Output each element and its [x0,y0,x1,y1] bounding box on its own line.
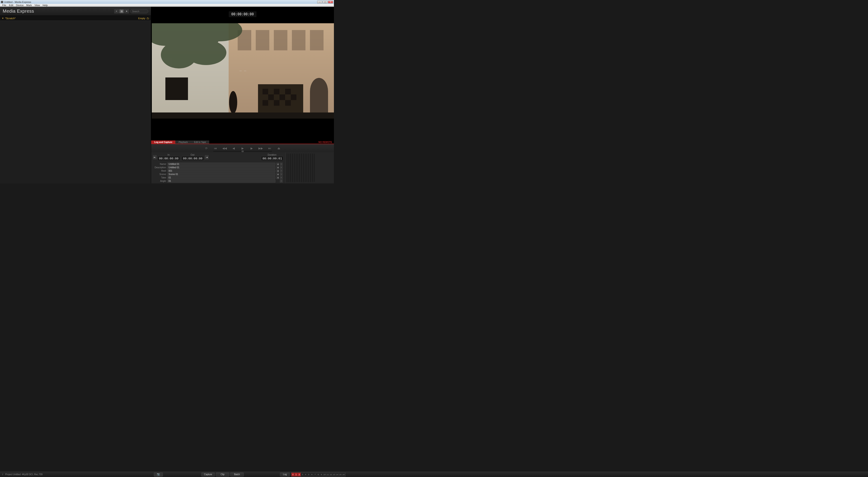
duration-timecode-field[interactable]: 00:00:00:01 [261,156,283,161]
folder-icon: 🗀 [147,17,149,20]
app-icon [1,1,3,3]
angle-field[interactable] [167,180,275,183]
description-field[interactable] [167,166,275,169]
loop-button[interactable]: ⟳ [204,146,209,150]
mark-in-button[interactable]: ▶| [153,155,157,159]
scene-field[interactable] [167,173,275,176]
meter-channel [305,154,305,182]
mark-out-button[interactable]: |◀ [205,155,209,159]
shuttle-slider[interactable] [213,151,272,152]
menu-mark[interactable]: Mark [25,4,33,6]
meter-channel [298,154,298,182]
bin-body[interactable] [0,21,151,183]
tab-log-and-capture[interactable]: Log and Capture [151,140,175,144]
shuttle-handle[interactable] [242,151,244,152]
menu-device[interactable]: Device [15,4,25,6]
skip-back-button[interactable]: ⏮ [213,146,218,150]
svg-rect-24 [152,113,334,119]
take-prev-button[interactable]: ◀ [276,176,279,179]
bin-status: Empty [138,17,145,20]
svg-rect-11 [285,89,291,94]
tab-playback[interactable]: Playback [175,140,191,144]
name-label: Name: [153,163,166,165]
title-bar: Untitled - Media Express — ▢ ✕ [0,0,334,4]
favorites-view-button[interactable]: ★ [124,9,129,13]
svg-rect-12 [268,94,274,100]
app-title: Media Express [3,8,114,14]
angle-increment-button[interactable]: + [280,180,283,183]
meter-channel [312,154,313,182]
no-remote-indicator: NO REMOTE [318,140,334,144]
log-fields: Name: ◀ + Description: ◀ + Reel: [151,162,285,183]
step-forward-button[interactable]: ▶ [249,146,254,150]
fast-forward-button[interactable]: ▶▶ [258,146,263,150]
in-timecode-field[interactable]: 00:00:00:00 [157,156,180,161]
meter-channel [314,154,314,182]
tab-edit-to-tape[interactable]: Edit to Tape [191,140,209,144]
disclosure-triangle-icon[interactable]: ▼ [2,17,4,20]
close-button[interactable]: ✕ [328,1,333,3]
svg-rect-17 [285,100,291,106]
grid-view-button[interactable]: ▦ [119,9,124,13]
meter-channel [299,154,300,182]
svg-rect-4 [274,30,287,51]
svg-rect-5 [292,30,305,51]
meter-channel [292,154,293,182]
meter-channel [294,154,294,182]
meter-channel [310,154,311,182]
name-increment-button[interactable]: + [280,163,283,165]
reel-label: Reel: [153,170,166,172]
meter-channel [296,154,297,182]
name-field[interactable] [167,163,275,165]
duration-label: Duration: [268,154,277,156]
svg-rect-14 [291,94,297,100]
video-preview[interactable] [152,23,334,119]
minimize-button[interactable]: — [317,1,322,3]
rewind-button[interactable]: ◀◀ [222,146,227,150]
in-out-row: ▶| In: 00:00:00:00 Out: 00:00:00:00 [151,152,285,162]
svg-rect-6 [310,30,323,51]
meter-channel [290,154,291,182]
scene-prev-button[interactable]: ◀ [276,173,279,176]
preview-timecode: 00:00:00:00 [229,11,256,17]
step-back-button[interactable]: ◀ [231,146,236,150]
menu-file[interactable]: File [1,4,8,6]
meter-channel [303,154,304,182]
svg-rect-15 [262,100,268,106]
out-timecode-field[interactable]: 00:00:00:00 [181,156,204,161]
svg-point-22 [186,40,226,65]
scene-increment-button[interactable]: + [280,173,283,176]
menu-help[interactable]: Help [41,4,49,6]
menu-bar: File Edit Device Mark View Help [0,4,334,7]
eject-button[interactable]: ⏏ [277,146,281,150]
meter-channel [288,154,289,182]
bin-name: *Scratch* [5,17,138,20]
skip-forward-button[interactable]: ⏭ [268,146,272,150]
audio-meters [285,152,334,183]
maximize-button[interactable]: ▢ [322,1,328,3]
svg-rect-7 [165,77,188,100]
search-box[interactable] [130,9,148,13]
description-label: Description: [153,166,166,169]
mode-tabs: Log and Capture Playback Edit to Tape NO… [151,140,334,144]
meter-channel [301,154,302,182]
description-increment-button[interactable]: + [280,166,283,169]
name-prev-button[interactable]: ◀ [276,163,279,165]
meter-channel [287,154,287,182]
reel-field[interactable] [167,169,275,172]
svg-point-23 [229,91,237,114]
reel-prev-button[interactable]: ◀ [276,169,279,172]
bin-row[interactable]: ▼ *Scratch* Empty 🗀 [0,16,151,21]
menu-view[interactable]: View [33,4,41,6]
meter-channel [308,154,309,182]
reel-increment-button[interactable]: + [280,169,283,172]
bin-header: Media Express ≡ ▦ ★ [0,7,151,16]
play-button[interactable]: ▶ [240,146,245,150]
description-prev-button[interactable]: ◀ [276,166,279,169]
take-increment-button[interactable]: + [280,176,283,179]
list-view-button[interactable]: ≡ [114,9,119,13]
take-field[interactable] [167,176,275,179]
search-input[interactable] [132,10,146,13]
in-label: In: [167,154,170,156]
menu-edit[interactable]: Edit [8,4,15,6]
